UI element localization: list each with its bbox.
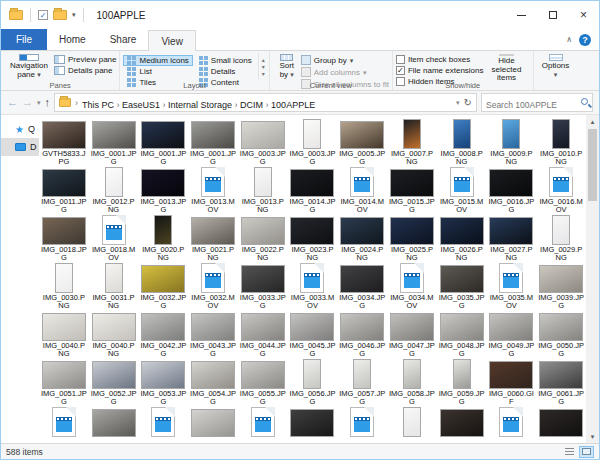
file-item[interactable]: IMG_0057.JPG: [337, 358, 387, 406]
thumbnail-view-button[interactable]: [579, 446, 594, 458]
help-icon[interactable]: ?: [579, 34, 591, 46]
properties-icon[interactable]: ✓: [38, 10, 48, 20]
file-item[interactable]: IMG_0001.JPG: [89, 118, 139, 166]
file-item[interactable]: IMG_0055.JPG: [238, 358, 288, 406]
file-item[interactable]: [487, 406, 537, 443]
preview-pane-button[interactable]: Preview pane: [54, 55, 116, 64]
scroll-down-icon[interactable]: ▾: [586, 430, 599, 443]
file-item[interactable]: IMG_0012.PNG: [89, 166, 139, 214]
maximize-button[interactable]: [537, 1, 568, 29]
breadcrumb-box[interactable]: › This PC › EaseUS1 › Internal Storage ›…: [54, 93, 477, 112]
vertical-scrollbar[interactable]: ▴ ▾: [586, 115, 599, 443]
file-item[interactable]: IMG_0026.PNG: [437, 214, 487, 262]
file-item[interactable]: [337, 406, 387, 443]
breadcrumb-segment[interactable]: EaseUS1: [122, 100, 160, 110]
add-columns-button[interactable]: Add columns ▾: [301, 67, 389, 77]
file-item[interactable]: IMG_0032.JPG: [138, 262, 188, 310]
checkbox-icon[interactable]: ✓: [396, 66, 405, 75]
breadcrumb-segment[interactable]: DCIM: [240, 100, 263, 110]
sidebar-item-quick-access[interactable]: ★Q: [1, 120, 39, 138]
file-item[interactable]: [89, 406, 139, 443]
back-button[interactable]: ←: [7, 97, 18, 108]
tab-file[interactable]: File: [1, 29, 47, 50]
file-item[interactable]: IMG_0044.JPG: [238, 310, 288, 358]
file-item[interactable]: [387, 406, 437, 443]
sort-by-button[interactable]: Sort by ▾: [273, 53, 301, 80]
file-item[interactable]: IMG_0060.GIF: [487, 358, 537, 406]
gallery-scroll-down-icon[interactable]: ▾: [262, 63, 265, 70]
file-item[interactable]: IMG_0003.JPG: [238, 118, 288, 166]
file-item[interactable]: IMG_0013.MOV: [188, 166, 238, 214]
file-item[interactable]: IMG_0009.PNG: [487, 118, 537, 166]
file-item[interactable]: IMG_0052.JPG: [89, 358, 139, 406]
file-item[interactable]: IMG_0005.JPG: [337, 118, 387, 166]
file-item[interactable]: IMG_0015.JPG: [387, 166, 437, 214]
file-item[interactable]: IMG_0016.MOV: [536, 166, 586, 214]
file-item[interactable]: IMG_0046.JPG: [337, 310, 387, 358]
file-item[interactable]: IMG_0014.JPG: [288, 166, 338, 214]
file-item[interactable]: [238, 406, 288, 443]
file-item[interactable]: [288, 406, 338, 443]
new-folder-icon[interactable]: [53, 10, 67, 20]
file-item[interactable]: IMG_0030.PNG: [39, 262, 89, 310]
file-item[interactable]: [39, 406, 89, 443]
hide-selected-button[interactable]: Hide selected items: [484, 53, 530, 80]
file-item[interactable]: IMG_0018.JPG: [39, 214, 89, 262]
file-item[interactable]: IMG_0034.JPG: [337, 262, 387, 310]
file-item[interactable]: IMG_0045.JPG: [288, 310, 338, 358]
layout-option-medium-icons[interactable]: Medium icons: [123, 55, 192, 66]
tab-share[interactable]: Share: [98, 29, 149, 50]
file-item[interactable]: IMG_0024.PNG: [337, 214, 387, 262]
file-item[interactable]: IMG_0010.PNG: [536, 118, 586, 166]
file-item[interactable]: IMG_0051.JPG: [39, 358, 89, 406]
file-item[interactable]: IMG_0035.MOV: [487, 262, 537, 310]
file-item[interactable]: IMG_0016.JPG: [487, 166, 537, 214]
options-button[interactable]: Options ▾: [537, 53, 575, 80]
layout-option-list[interactable]: List: [123, 66, 192, 77]
file-item[interactable]: IMG_0034.MOV: [387, 262, 437, 310]
layout-option-small-icons[interactable]: Small icons: [195, 55, 256, 66]
gallery-scroll-up-icon[interactable]: ▴: [262, 56, 265, 63]
file-item[interactable]: IMG_0013.JPG: [138, 166, 188, 214]
file-item[interactable]: IMG_0014.MOV: [337, 166, 387, 214]
address-dropdown-icon[interactable]: ▾: [456, 99, 460, 107]
file-item[interactable]: [437, 406, 487, 443]
file-item[interactable]: IMG_0040.PNG: [89, 310, 139, 358]
recent-locations-icon[interactable]: ▾: [37, 99, 41, 107]
file-item[interactable]: IMG_0020.PNG: [138, 214, 188, 262]
layout-option-details[interactable]: Details: [195, 66, 256, 77]
file-item[interactable]: IMG_0021.PNG: [188, 214, 238, 262]
tab-view[interactable]: View: [148, 30, 196, 51]
file-item[interactable]: IMG_0061.JPG: [536, 358, 586, 406]
group-by-button[interactable]: Group by ▾: [301, 55, 389, 65]
close-button[interactable]: ×: [568, 1, 599, 29]
collapse-ribbon-icon[interactable]: ∧: [566, 35, 572, 44]
file-item[interactable]: IMG_0033.JPG: [238, 262, 288, 310]
search-icon[interactable]: [581, 98, 588, 105]
details-pane-button[interactable]: Details pane: [54, 66, 116, 75]
up-button[interactable]: ↑: [45, 97, 51, 108]
breadcrumb-segment[interactable]: 100APPLE: [271, 100, 315, 110]
navigation-pane-button[interactable]: Navigation pane ▾: [4, 53, 54, 80]
sidebar-item-desktop[interactable]: D: [1, 138, 39, 156]
forward-button[interactable]: →: [22, 97, 33, 108]
scrollbar-thumb[interactable]: [588, 129, 597, 201]
file-item[interactable]: IMG_0033.MOV: [288, 262, 338, 310]
checkbox-item-check-boxes[interactable]: Item check boxes: [396, 55, 484, 64]
gallery-more-icon[interactable]: ▾: [262, 70, 265, 77]
file-item[interactable]: IMG_0025.PNG: [387, 214, 437, 262]
file-item[interactable]: IMG_0049.JPG: [487, 310, 537, 358]
file-item[interactable]: IMG_0054.JPG: [188, 358, 238, 406]
file-item[interactable]: IMG_0027.PNG: [487, 214, 537, 262]
file-item[interactable]: IMG_0042.JPG: [138, 310, 188, 358]
file-item[interactable]: IMG_0039.JPG: [536, 262, 586, 310]
breadcrumb-segment[interactable]: Internal Storage: [168, 100, 232, 110]
file-item[interactable]: [536, 406, 586, 443]
file-item[interactable]: IMG_0011.JPG: [39, 166, 89, 214]
file-item[interactable]: IMG_0047.JPG: [387, 310, 437, 358]
minimize-button[interactable]: [506, 1, 537, 29]
tab-home[interactable]: Home: [47, 29, 98, 50]
file-item[interactable]: IMG_0018.MOV: [89, 214, 139, 262]
file-item[interactable]: IMG_0040.PNG: [39, 310, 89, 358]
file-item[interactable]: IMG_0048.JPG: [437, 310, 487, 358]
